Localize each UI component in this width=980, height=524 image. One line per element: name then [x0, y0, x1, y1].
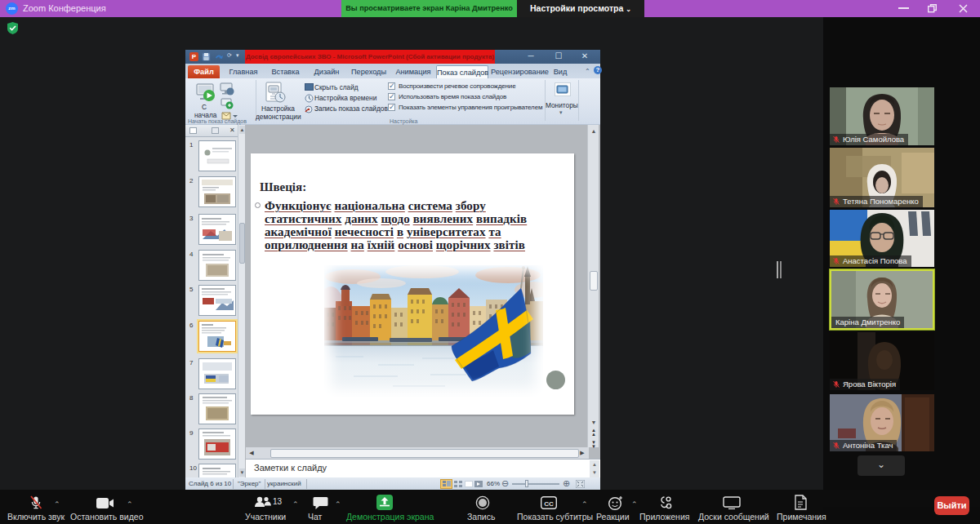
svg-text:CC: CC — [544, 500, 554, 508]
